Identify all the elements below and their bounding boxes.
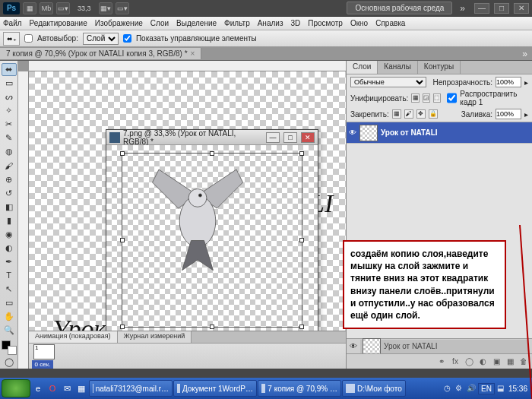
marquee-tool[interactable]: ▭ — [2, 77, 17, 90]
animation-frame[interactable] — [33, 344, 55, 359]
brush-tool[interactable]: 🖌 — [2, 159, 17, 172]
transform-handle[interactable] — [299, 238, 304, 242]
opacity-input[interactable] — [496, 77, 521, 87]
blur-tool[interactable]: ◉ — [2, 228, 17, 241]
lock-all-icon[interactable]: 🔒 — [429, 109, 438, 119]
fill-input[interactable] — [496, 109, 521, 119]
adjustment-layer-icon[interactable]: ◐ — [477, 356, 488, 367]
tab-close-icon[interactable]: × — [191, 49, 195, 58]
type-tool[interactable]: T — [2, 269, 17, 282]
frame-time[interactable]: 0 сек. — [32, 360, 53, 369]
layer-row-footer[interactable]: Урок от NATALI — [360, 340, 529, 353]
layer-mask-icon[interactable]: ◯ — [464, 356, 474, 367]
group-icon[interactable]: ▣ — [491, 356, 502, 367]
viewextras-icon[interactable]: ▦▾ — [99, 2, 112, 14]
floatwin-titlebar[interactable]: 7.png @ 33,3% (Урок от NATALI, RGB/8) * … — [106, 130, 318, 145]
lock-transparent-icon[interactable]: ▦ — [392, 109, 401, 119]
taskbar-item[interactable]: D:\Мои фото — [342, 380, 406, 397]
layer-row[interactable]: 👁 Урок от NATALI — [347, 122, 532, 144]
transform-handle[interactable] — [210, 151, 214, 156]
shape-tool[interactable]: ▭ — [2, 296, 17, 309]
layer-name[interactable]: Урок от NATALI — [381, 128, 438, 137]
layer-style-icon[interactable]: fx — [450, 356, 461, 367]
quicklaunch-icon[interactable]: ▦ — [74, 382, 88, 395]
ruler-horizontal[interactable] — [29, 61, 346, 71]
menu-view[interactable]: Просмотр — [308, 19, 343, 27]
propagate-checkbox[interactable] — [447, 93, 457, 103]
tab-paths[interactable]: Контуры — [418, 61, 461, 74]
dodge-tool[interactable]: ◐ — [2, 242, 17, 255]
window-minimize[interactable]: — — [474, 3, 489, 14]
move-tool-icon[interactable]: ⬌₊ — [3, 32, 20, 46]
transform-handle[interactable] — [120, 151, 125, 156]
ruler-vertical[interactable] — [18, 71, 29, 369]
tab-layers[interactable]: Слои — [347, 61, 378, 74]
new-layer-icon[interactable]: ▦ — [505, 356, 515, 367]
heal-tool[interactable]: ◍ — [2, 145, 17, 158]
quicklaunch-icon[interactable]: O — [46, 382, 59, 395]
visibility-icon[interactable]: 👁 — [350, 342, 357, 350]
zoom-tool[interactable]: 🔍 — [2, 324, 17, 337]
quicklaunch-icon[interactable]: e — [31, 382, 45, 395]
quicklaunch-icon[interactable]: ✉ — [60, 382, 74, 395]
screenmode-icon[interactable]: ▭▾ — [56, 2, 70, 14]
menu-3d[interactable]: 3D — [290, 19, 300, 27]
document-tab[interactable]: 7 копия @ 70,9% (Урок от NATALI копия 3,… — [0, 48, 201, 59]
tab-animation[interactable]: Анимация (покадровая) — [29, 331, 118, 343]
floatwin-canvas[interactable] — [106, 145, 318, 335]
quickmask-tool[interactable]: ◯ — [2, 356, 17, 369]
menu-help[interactable]: Справка — [375, 19, 405, 27]
path-tool[interactable]: ↖ — [2, 283, 17, 296]
menu-layers[interactable]: Слои — [150, 19, 169, 27]
hand-tool[interactable]: ✋ — [2, 310, 17, 323]
tray-icon[interactable]: ◷ — [444, 384, 453, 393]
blend-mode-select[interactable]: Обычные — [350, 77, 426, 87]
transform-handle[interactable] — [299, 151, 304, 156]
menu-window[interactable]: Окно — [350, 19, 368, 27]
tray-icon[interactable]: ⚙ — [455, 384, 464, 393]
workspace-switcher[interactable]: Основная рабочая среда — [347, 2, 452, 14]
menu-image[interactable]: Изображение — [95, 19, 143, 27]
arrange-icon[interactable]: ▭▾ — [116, 2, 129, 14]
lock-pixels-icon[interactable]: 🖌 — [404, 109, 413, 119]
floatwin-maximize[interactable]: □ — [283, 132, 297, 143]
unify-icon[interactable]: ◲ — [423, 93, 430, 103]
floating-document-window[interactable]: 7.png @ 33,3% (Урок от NATALI, RGB/8) * … — [106, 129, 318, 350]
visibility-icon[interactable]: 👁 — [349, 128, 356, 137]
window-maximize[interactable]: □ — [494, 3, 509, 14]
taskbar-item[interactable]: Документ 1WordP… — [173, 380, 257, 397]
language-indicator[interactable]: EN — [478, 383, 495, 394]
tray-icon[interactable]: 🔊 — [467, 384, 476, 393]
taskbar-item[interactable]: 7 копия @ 70,9% … — [258, 380, 341, 397]
lock-position-icon[interactable]: ✥ — [416, 109, 426, 119]
menu-analysis[interactable]: Анализ — [258, 19, 283, 27]
transform-handle[interactable] — [120, 325, 125, 329]
transform-handle[interactable] — [210, 325, 214, 329]
eyedropper-tool[interactable]: ✎ — [2, 131, 17, 144]
minibridge-icon[interactable]: Mb — [40, 2, 53, 14]
wand-tool[interactable]: ✧ — [2, 104, 17, 117]
unify-icon[interactable]: ⬚ — [433, 93, 441, 103]
transform-handle[interactable] — [299, 325, 304, 329]
tray-icon[interactable]: ⬓ — [497, 384, 506, 393]
crop-tool[interactable]: ✂ — [2, 118, 17, 131]
start-button[interactable] — [2, 379, 30, 397]
transform-handle[interactable] — [120, 238, 125, 242]
expand-chevron[interactable]: » — [460, 3, 465, 14]
tab-measurement-log[interactable]: Журнал измерений — [118, 331, 192, 343]
window-close[interactable]: ✕ — [514, 3, 529, 14]
bridge-icon[interactable]: ▦ — [23, 2, 36, 14]
layer-thumbnail[interactable] — [359, 125, 378, 141]
autoselect-checkbox[interactable] — [24, 34, 33, 43]
color-swatches[interactable] — [2, 340, 17, 355]
taskbar-item[interactable]: natali73123@mail.r… — [89, 380, 173, 397]
menu-file[interactable]: Файл — [3, 19, 22, 27]
floatwin-minimize[interactable]: — — [266, 132, 280, 143]
taskbar-clock[interactable]: 15:36 — [508, 385, 527, 393]
menu-filter[interactable]: Фильтр — [224, 19, 250, 27]
menu-edit[interactable]: Редактирование — [30, 19, 87, 27]
eraser-tool[interactable]: ◧ — [2, 201, 17, 214]
stamp-tool[interactable]: ⊕ — [2, 173, 17, 186]
gradient-tool[interactable]: ▮ — [2, 214, 17, 227]
link-layers-icon[interactable]: ⚭ — [436, 356, 447, 367]
